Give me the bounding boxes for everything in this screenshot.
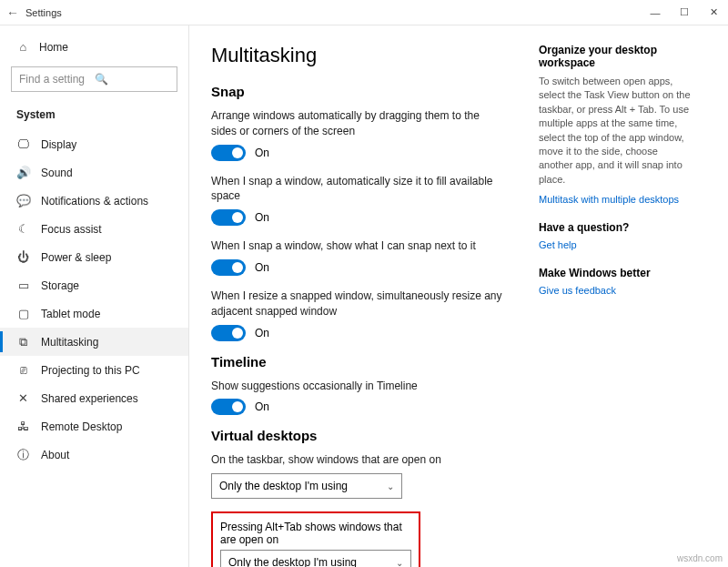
sidebar-item-projecting-to-this-pc[interactable]: ⎚Projecting to this PC (0, 356, 188, 384)
sidebar-item-sound[interactable]: 🔊Sound (0, 158, 188, 187)
sidebar-item-remote-desktop[interactable]: 🖧Remote Desktop (0, 412, 188, 440)
chevron-down-icon: ⌄ (387, 481, 394, 491)
sidebar-item-shared-experiences[interactable]: ✕Shared experiences (0, 384, 188, 412)
nav-label: Sound (41, 167, 73, 179)
vd-alttab-dropdown[interactable]: Only the desktop I'm using ⌄ (220, 550, 411, 567)
nav-label: Notifications & actions (41, 195, 148, 208)
nav-label: Shared experiences (41, 392, 138, 405)
timeline-label-0: Show suggestions occasionally in Timelin… (211, 379, 502, 394)
timeline-toggle-0[interactable] (211, 399, 246, 415)
nav-label: Multitasking (41, 336, 98, 349)
watermark: wsxdn.com (677, 553, 723, 563)
nav-icon: ☾ (16, 222, 30, 236)
snap-toggle-0[interactable] (211, 145, 246, 161)
back-button[interactable]: ← (0, 5, 25, 20)
home-nav[interactable]: ⌂ Home (0, 35, 188, 59)
titlebar: ← Settings — ☐ ✕ (0, 0, 728, 25)
snap-label-3: When I resize a snapped window, simultan… (211, 289, 502, 319)
nav-icon: ⎚ (16, 363, 30, 377)
search-input[interactable]: Find a setting 🔍 (11, 66, 177, 92)
nav-label: Power & sleep (41, 251, 111, 264)
nav-label: Remote Desktop (41, 420, 122, 433)
feedback-link[interactable]: Give us feedback (539, 285, 693, 296)
vd-taskbar-value: Only the desktop I'm using (219, 480, 348, 492)
question-heading: Have a question? (539, 221, 693, 234)
sidebar-item-display[interactable]: 🖵Display (0, 130, 188, 158)
organize-heading: Organize your desktop workspace (539, 44, 693, 69)
virtual-desktops-heading: Virtual desktops (211, 428, 521, 443)
nav-icon: ⓘ (16, 448, 30, 461)
nav-icon: ▭ (16, 278, 30, 292)
nav-icon: ✕ (16, 391, 30, 405)
snap-toggle-3[interactable] (211, 325, 246, 341)
maximize-button[interactable]: ☐ (670, 0, 699, 25)
nav-label: Display (41, 138, 76, 151)
vd-alttab-label: Pressing Alt+Tab shows windows that are … (220, 521, 411, 546)
search-icon: 🔍 (95, 73, 170, 86)
snap-state-3: On (255, 327, 269, 339)
home-icon: ⌂ (16, 40, 30, 54)
snap-label-0: Arrange windows automatically by draggin… (211, 108, 502, 139)
page-title: Multitasking (211, 44, 521, 67)
nav-label: Storage (41, 279, 79, 292)
nav-icon: ⏻ (16, 250, 30, 264)
nav-icon: 🖧 (16, 420, 30, 433)
question-link[interactable]: Get help (539, 239, 693, 250)
nav-label: Projecting to this PC (41, 364, 140, 377)
vd-taskbar-dropdown[interactable]: Only the desktop I'm using ⌄ (211, 473, 402, 499)
sidebar-item-focus-assist[interactable]: ☾Focus assist (0, 215, 188, 243)
organize-link[interactable]: Multitask with multiple desktops (539, 194, 693, 205)
sidebar: ⌂ Home Find a setting 🔍 System 🖵Display🔊… (0, 25, 189, 567)
nav-icon: 💬 (16, 194, 30, 208)
window-title: Settings (25, 7, 641, 18)
snap-label-1: When I snap a window, automatically size… (211, 174, 502, 205)
main-content: Multitasking Snap Arrange windows automa… (189, 25, 728, 567)
sidebar-item-about[interactable]: ⓘAbout (0, 440, 188, 469)
sidebar-item-multitasking[interactable]: ⧉Multitasking (0, 328, 188, 356)
snap-state-1: On (255, 211, 269, 224)
nav-icon: 🖵 (16, 137, 30, 151)
home-label: Home (39, 41, 68, 54)
nav-label: Tablet mode (41, 308, 100, 320)
timeline-state-0: On (255, 400, 269, 413)
snap-state-2: On (255, 261, 269, 274)
organize-body: To switch between open apps, select the … (539, 75, 693, 187)
search-placeholder: Find a setting (19, 73, 95, 86)
snap-toggle-2[interactable] (211, 259, 246, 276)
vd-taskbar-label: On the taskbar, show windows that are op… (211, 452, 502, 468)
snap-heading: Snap (211, 84, 521, 99)
close-button[interactable]: ✕ (699, 0, 728, 25)
nav-label: Focus assist (41, 223, 102, 236)
sidebar-item-tablet-mode[interactable]: ▢Tablet mode (0, 299, 188, 328)
highlight-box: Pressing Alt+Tab shows windows that are … (211, 511, 420, 567)
nav-icon: ⧉ (16, 335, 30, 349)
minimize-button[interactable]: — (641, 0, 670, 25)
sidebar-group-title: System (0, 105, 188, 130)
sidebar-item-power-sleep[interactable]: ⏻Power & sleep (0, 243, 188, 271)
nav-icon: 🔊 (16, 166, 30, 179)
right-pane: Organize your desktop workspace To switc… (539, 44, 693, 549)
snap-state-0: On (255, 147, 269, 159)
vd-alttab-value: Only the desktop I'm using (228, 556, 357, 567)
feedback-heading: Make Windows better (539, 267, 693, 279)
sidebar-item-notifications-actions[interactable]: 💬Notifications & actions (0, 187, 188, 215)
snap-toggle-1[interactable] (211, 209, 246, 226)
snap-label-2: When I snap a window, show what I can sn… (211, 238, 502, 254)
timeline-heading: Timeline (211, 354, 521, 370)
nav-icon: ▢ (16, 307, 30, 320)
nav-label: About (41, 449, 69, 461)
chevron-down-icon: ⌄ (396, 558, 403, 567)
sidebar-item-storage[interactable]: ▭Storage (0, 271, 188, 299)
